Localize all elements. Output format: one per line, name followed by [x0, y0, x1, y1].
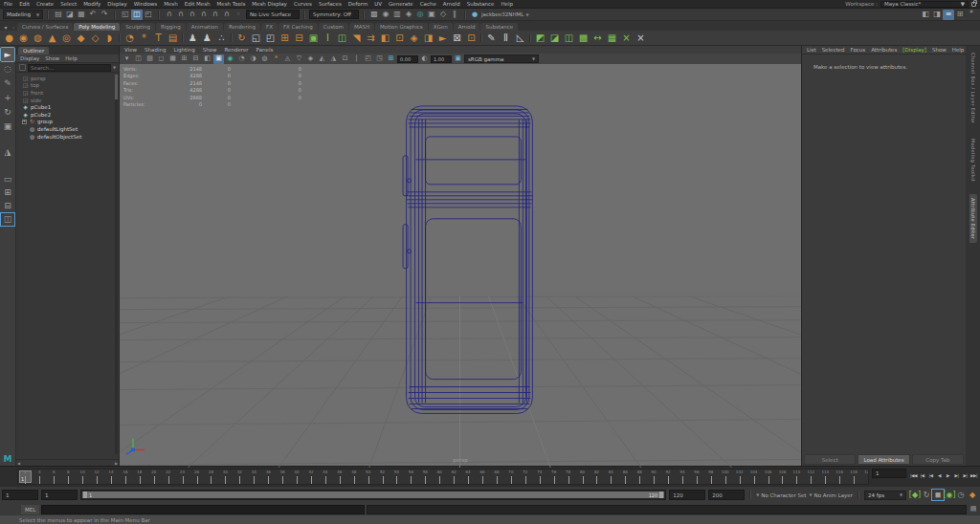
svg-icon[interactable]: ▤	[166, 32, 180, 45]
menu-help[interactable]: Help	[501, 1, 513, 7]
ipr-render-icon[interactable]: ▥	[391, 10, 403, 20]
command-language-toggle[interactable]: MEL	[21, 505, 39, 514]
playback-range-bar[interactable]: 1 120	[80, 490, 666, 500]
shelf-tab-animation[interactable]: Animation	[187, 23, 223, 31]
select-object-icon[interactable]: ◫	[131, 10, 143, 20]
lighting-mode-icon[interactable]: ◑	[248, 55, 258, 64]
poly-cube-icon[interactable]: ◉	[16, 32, 31, 45]
playback-end-field[interactable]: 120	[669, 490, 705, 500]
shelf-tab-motion-graphics[interactable]: Motion Graphics	[375, 23, 428, 31]
animation-end-field[interactable]: 200	[708, 490, 745, 500]
uv-cut-icon[interactable]: ▩	[576, 32, 590, 45]
symmetry-field[interactable]: Symmetry: Off	[309, 10, 359, 19]
save-scene-icon[interactable]: ▦	[76, 10, 87, 20]
poly-cone-icon[interactable]: ▲	[45, 32, 59, 45]
isolate-select-icon[interactable]: ▣	[306, 32, 321, 45]
motion-blur-icon[interactable]: ◬	[282, 55, 293, 64]
joints-xray-icon[interactable]: ⊡	[340, 55, 350, 64]
outliner-menu-help[interactable]: Help	[65, 55, 78, 61]
side-tab-modeling-toolkit[interactable]: Modeling Toolkit	[969, 135, 977, 186]
lock-workspace-icon[interactable]	[971, 2, 976, 7]
platonic-solid-icon[interactable]: ◔	[122, 32, 137, 45]
smooth-icon[interactable]: ⊡	[392, 32, 407, 45]
current-frame-field[interactable]: 1	[872, 469, 906, 478]
select-tool-icon[interactable]: ►	[1, 48, 14, 61]
plugin-b-icon[interactable]: ◳	[374, 55, 385, 64]
super-shape-icon[interactable]: *	[137, 32, 151, 45]
menu-display[interactable]: Display	[107, 1, 126, 7]
mute-audio-icon[interactable]: [◉]	[944, 490, 955, 500]
ae-menu-help[interactable]: Help	[952, 47, 965, 53]
menu-substance[interactable]: Substance	[467, 1, 495, 7]
menu-modify[interactable]: Modify	[83, 1, 100, 7]
scroll-left-icon[interactable]: ◀	[17, 461, 20, 466]
settings-gear-icon[interactable]: *	[966, 10, 977, 20]
side-tab-attribute-editor[interactable]: Attribute Editor	[969, 194, 977, 243]
command-result-field[interactable]	[367, 505, 967, 514]
textured-mode-icon[interactable]: ◔	[236, 55, 247, 64]
menu-curves[interactable]: Curves	[294, 1, 312, 7]
copy-tab-button[interactable]: Copy Tab	[912, 454, 964, 465]
gamma-icon[interactable]: ◐	[419, 55, 430, 64]
select-camera-icon[interactable]: ▾	[122, 55, 132, 64]
poly-cylinder-icon[interactable]: ◍	[31, 32, 45, 45]
snap-curve-icon[interactable]: ∩	[175, 10, 187, 20]
ae-menu-focus[interactable]: Focus	[850, 47, 865, 53]
delete-edge-icon[interactable]: ⊠	[450, 32, 464, 45]
uv-auto-icon[interactable]: ◪	[547, 32, 562, 45]
depth-peeling-icon[interactable]: ◈	[305, 55, 316, 64]
ae-menu-selected[interactable]: Selected	[822, 47, 845, 53]
outliner-item-group[interactable]: +↻group	[22, 119, 119, 126]
poly-gear-icon[interactable]: ◗	[102, 32, 117, 45]
hypershade-icon[interactable]: ◎	[414, 10, 426, 20]
menu-mesh[interactable]: Mesh	[164, 1, 177, 7]
image-plane-icon[interactable]: ▦	[167, 55, 178, 64]
shelf-menu-icon[interactable]: ▾	[2, 23, 10, 31]
last-tool-icon[interactable]: ◮	[1, 145, 14, 159]
menu-select[interactable]: Select	[60, 1, 77, 7]
camera-attributes-icon[interactable]: ▨	[145, 55, 155, 64]
two-d-pan-icon[interactable]: ⊞	[179, 55, 189, 64]
gamma-field[interactable]: 1.00	[431, 55, 452, 63]
shelf-tab-rendering[interactable]: Rendering	[224, 23, 260, 31]
menu-uv[interactable]: UV	[374, 1, 382, 7]
outliner-toggle-icon[interactable]: ≡	[943, 10, 954, 20]
uv-planar-icon[interactable]: ◩	[533, 32, 547, 45]
uv-unfold-icon[interactable]: ↔	[590, 32, 605, 45]
shelf-tab-curves-surfaces[interactable]: Curves / Surfaces	[17, 23, 73, 31]
quad-draw-icon[interactable]: ⊡	[464, 32, 479, 45]
pose-editor-icon[interactable]: ◨	[931, 10, 943, 20]
menu-windows[interactable]: Windows	[134, 1, 158, 7]
shelf-tab-poly-modeling[interactable]: Poly Modeling	[74, 23, 120, 31]
ae-menu-show[interactable]: Show	[932, 47, 947, 53]
wedge-icon[interactable]: ◨	[421, 32, 435, 45]
outliner-item-pcube2[interactable]: ◈pCube2	[22, 111, 119, 119]
layout-four-pane-icon[interactable]: ⊞	[1, 186, 14, 199]
viewport-menu-view[interactable]: View	[124, 47, 137, 53]
shelf-tab-arnold[interactable]: Arnold	[454, 23, 480, 31]
wireframe-mode-icon[interactable]: ▣	[213, 55, 224, 64]
workspace-dropdown[interactable]: Maya Classic* ▼	[880, 1, 969, 8]
pause-viewport-icon[interactable]: ∥	[449, 10, 460, 20]
oversan-icon[interactable]: ⊟	[190, 55, 201, 64]
poly-text-icon[interactable]: T	[151, 32, 166, 45]
separate-icon[interactable]: ⊟	[292, 32, 306, 45]
mirror-icon[interactable]: ◈	[407, 32, 421, 45]
range-start-handle[interactable]	[83, 491, 87, 498]
sculpt-mesh-icon[interactable]: ♟	[186, 32, 200, 45]
side-tab-channel-box-layer-editor[interactable]: Channel Box / Layer Editor	[969, 49, 977, 127]
poly-plane-icon[interactable]: ◆	[74, 32, 88, 45]
scale-tool-icon[interactable]: ▣	[1, 120, 14, 133]
outliner-title-tab[interactable]: Outliner	[18, 47, 49, 55]
step-forward-key-button[interactable]: ▶|	[952, 471, 961, 483]
shelf-tab-fx-caching[interactable]: FX Caching	[278, 23, 318, 31]
poly-sphere-icon[interactable]: ●	[2, 32, 16, 45]
layout-two-pane-icon[interactable]: ⊟	[1, 200, 14, 212]
shelf-tab-substance[interactable]: Substance	[480, 23, 518, 31]
light-editor-icon[interactable]: ▣	[426, 10, 437, 20]
outliner-item-defaultlightset[interactable]: ◍defaultLightSet	[22, 125, 119, 133]
render-view-icon[interactable]: ▩	[368, 10, 380, 20]
revolve-icon[interactable]: ↻	[234, 32, 249, 45]
colorspace-dropdown[interactable]: sRGB gamma ▼	[464, 55, 539, 63]
animation-start-field[interactable]: 1	[2, 490, 38, 500]
